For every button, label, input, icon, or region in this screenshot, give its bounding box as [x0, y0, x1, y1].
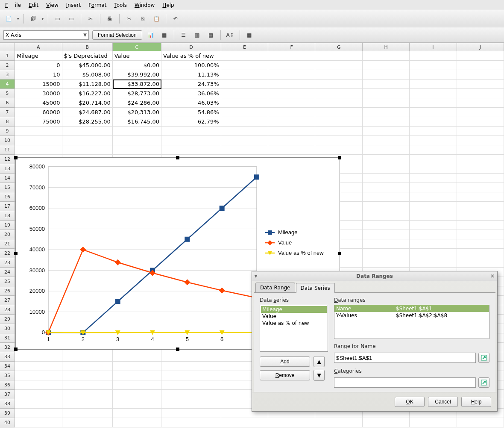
menu-file[interactable]: File — [2, 1, 24, 9]
menu-view[interactable]: View — [43, 1, 62, 9]
paste-icon[interactable]: 📋 — [151, 14, 161, 24]
namebox-row: X Axis ▼ Format Selection 📊 ▦ ☰ ▥ ▤ A↕ ▦ — [0, 27, 504, 43]
new-doc-icon[interactable]: 📄 — [3, 14, 14, 24]
menu-edit[interactable]: Edit — [25, 1, 42, 9]
print-icon[interactable]: 🖶 — [105, 14, 115, 24]
chart-area-icon[interactable]: ▦ — [159, 30, 170, 40]
chart-wizard-icon[interactable]: 📊 — [146, 30, 156, 40]
font-icon[interactable]: A↕ — [225, 30, 235, 40]
grid-v-icon[interactable]: ▥ — [192, 30, 202, 40]
copy-doc-icon[interactable]: 🗐 — [28, 14, 38, 24]
cut-icon[interactable]: ✂ — [124, 14, 134, 24]
format-selection-button[interactable]: Format Selection — [92, 30, 142, 40]
menu-bar: File Edit View Insert Format Tools Windo… — [0, 0, 504, 10]
undo-icon[interactable]: ↶ — [170, 14, 181, 24]
menu-insert[interactable]: Insert — [63, 1, 84, 9]
name-box[interactable]: X Axis ▼ — [3, 30, 89, 40]
grid-h-icon[interactable]: ☰ — [179, 30, 189, 40]
menu-format[interactable]: Format — [85, 1, 110, 9]
align-icon[interactable]: ▭ — [53, 14, 63, 24]
legend-icon[interactable]: ▤ — [206, 30, 216, 40]
name-box-dropdown-icon[interactable]: ▼ — [83, 32, 87, 37]
data-ranges-icon[interactable]: ▦ — [244, 30, 255, 40]
name-box-value: X Axis — [6, 32, 21, 38]
menu-help[interactable]: Help — [159, 1, 177, 9]
menu-tools[interactable]: Tools — [111, 1, 130, 9]
copy-icon[interactable]: ⎘ — [138, 14, 148, 24]
menu-window[interactable]: Window — [131, 1, 158, 9]
scissors-icon[interactable]: ✂ — [85, 14, 96, 24]
main-toolbar: 📄 ▾ 🗐 ▾ ▭ ▭ ✂ 🖶 ✂ ⎘ 📋 ↶ — [0, 10, 504, 27]
align2-icon[interactable]: ▭ — [66, 14, 76, 24]
